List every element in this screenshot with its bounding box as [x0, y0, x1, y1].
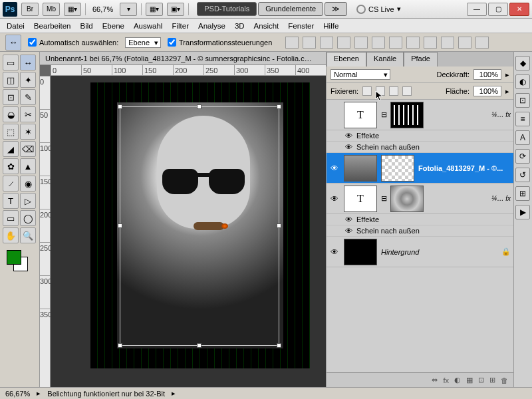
opacity-input[interactable]: 100%: [473, 69, 501, 80]
screen-mode-button[interactable]: ▣▾: [167, 3, 184, 16]
canvas[interactable]: [51, 76, 326, 387]
menu-item[interactable]: Hilfe: [323, 22, 338, 30]
color-swatches[interactable]: [3, 250, 37, 273]
hand-tool[interactable]: ✋: [3, 227, 19, 243]
move-tool[interactable]: ↔: [20, 55, 36, 70]
cs-live[interactable]: CS Live ▾: [356, 5, 401, 14]
workspace-more[interactable]: ≫: [325, 2, 347, 16]
dock-button[interactable]: ◐: [515, 74, 530, 89]
layer-mask-thumb[interactable]: [390, 186, 424, 212]
menu-item[interactable]: Fenster: [288, 22, 314, 30]
tool-button[interactable]: ✿: [3, 158, 19, 174]
foreground-color[interactable]: [7, 250, 21, 265]
menu-item[interactable]: Analyse: [198, 22, 225, 30]
dock-button[interactable]: ⟳: [515, 149, 530, 164]
menu-item[interactable]: Auswahl: [134, 22, 162, 30]
layer-row-selected[interactable]: 👁 Fotolia_4813297_M - ©...: [327, 153, 513, 184]
visibility-icon[interactable]: 👁: [329, 194, 340, 203]
fill-input[interactable]: 100%: [473, 86, 501, 96]
transform-handle[interactable]: [118, 343, 122, 348]
dock-button[interactable]: ≡: [515, 112, 530, 126]
workspace-tab-dark[interactable]: PSD-Tutorials: [197, 2, 257, 16]
minimize-button[interactable]: —: [467, 3, 487, 16]
fx-badge[interactable]: ¼… fx: [491, 195, 511, 202]
new-layer-icon[interactable]: ⊞: [489, 376, 495, 384]
layer-name[interactable]: Fotolia_4813297_M - ©...: [418, 164, 503, 172]
effects-row[interactable]: 👁Effekte: [327, 214, 513, 225]
zoom-tool[interactable]: 🔍: [20, 227, 36, 243]
layer-row[interactable]: T ⊟ ¼… fx: [327, 100, 513, 130]
tool-button[interactable]: ▲: [20, 158, 36, 174]
tool-button[interactable]: ▭: [3, 210, 19, 226]
group-icon[interactable]: ⊡: [478, 376, 484, 384]
lock-all-icon[interactable]: [402, 86, 412, 96]
type-tool[interactable]: T: [3, 193, 19, 209]
menu-item[interactable]: Ansicht: [254, 22, 279, 30]
adjustment-icon[interactable]: ▦: [466, 376, 473, 384]
tool-button[interactable]: ◯: [20, 210, 36, 226]
zoom-level[interactable]: 66,7%: [90, 5, 116, 14]
dock-button[interactable]: A: [515, 130, 530, 145]
auto-select-target[interactable]: Ebene: [125, 37, 161, 48]
lock-position-icon[interactable]: [389, 86, 398, 96]
tool-button[interactable]: ▭: [3, 55, 19, 70]
menu-item[interactable]: Ebene: [102, 22, 124, 30]
trash-icon[interactable]: 🗑: [501, 376, 508, 384]
transform-bounds[interactable]: [120, 106, 279, 346]
blend-mode-select[interactable]: Normal: [331, 69, 390, 80]
transform-handle[interactable]: [277, 223, 281, 228]
bridge-button[interactable]: Br: [21, 3, 39, 16]
tool-button[interactable]: ▷: [20, 193, 36, 209]
lock-transparent-icon[interactable]: [362, 86, 372, 96]
document-image[interactable]: [90, 82, 310, 368]
visibility-icon[interactable]: 👁: [329, 247, 340, 257]
transform-handle[interactable]: [118, 104, 122, 109]
menu-item[interactable]: Datei: [7, 22, 25, 30]
tool-button[interactable]: ⊡: [3, 89, 19, 105]
dock-button[interactable]: ◆: [515, 56, 530, 70]
tool-button[interactable]: ⟋: [3, 176, 19, 192]
transform-handle[interactable]: [118, 223, 122, 228]
auto-select-checkbox[interactable]: Automatisch auswählen:: [28, 38, 118, 47]
menu-item[interactable]: Filter: [172, 22, 189, 30]
effect-outer-glow[interactable]: 👁Schein nach außen: [327, 142, 513, 153]
link-layers-icon[interactable]: ⇔: [432, 376, 438, 384]
layout-button[interactable]: ▦▾: [64, 3, 81, 16]
tool-button[interactable]: ✎: [20, 89, 36, 105]
fx-badge[interactable]: ¼… fx: [491, 111, 511, 118]
layer-row-background[interactable]: 👁 Hintergrund 🔒: [327, 237, 513, 267]
tool-button[interactable]: ✦: [20, 72, 36, 88]
menu-item[interactable]: Bild: [80, 22, 92, 30]
tool-button[interactable]: ◒: [3, 106, 19, 122]
dock-button[interactable]: ⊞: [515, 186, 530, 201]
layer-mask-thumb[interactable]: [381, 155, 414, 182]
tool-button[interactable]: ✶: [20, 124, 36, 140]
menu-item[interactable]: Bearbeiten: [34, 22, 71, 30]
tool-button[interactable]: ◢: [3, 141, 19, 157]
transform-handle[interactable]: [277, 104, 281, 109]
fx-icon[interactable]: fx: [443, 376, 449, 384]
close-button[interactable]: ✕: [509, 3, 529, 16]
status-zoom[interactable]: 66,67%: [5, 390, 30, 398]
effect-outer-glow[interactable]: 👁Schein nach außen: [327, 225, 513, 237]
tool-button[interactable]: ✂: [20, 106, 36, 122]
tool-button[interactable]: ◉: [20, 176, 36, 192]
layer-mask-thumb[interactable]: [390, 102, 424, 128]
tab-layers[interactable]: Ebenen: [327, 52, 366, 66]
maximize-button[interactable]: ▢: [488, 3, 508, 16]
tab-paths[interactable]: Pfade: [404, 52, 438, 66]
effects-row[interactable]: 👁Effekte: [327, 130, 513, 142]
mask-icon[interactable]: ◐: [454, 376, 461, 384]
align-icons[interactable]: [285, 37, 489, 49]
menu-item[interactable]: 3D: [235, 22, 245, 30]
view-extras-button[interactable]: ▦▾: [146, 3, 163, 16]
layer-row[interactable]: 👁 T ⊟ ¼… fx: [327, 184, 513, 214]
transform-handle[interactable]: [277, 343, 281, 348]
visibility-icon[interactable]: 👁: [329, 164, 340, 173]
dock-button[interactable]: ↺: [515, 168, 530, 182]
tool-button[interactable]: ⬚: [3, 124, 19, 140]
tool-button[interactable]: ⌫: [20, 141, 36, 157]
document-tab[interactable]: Unbenannt-1 bei 66,7% (Fotolia_4813297_M…: [40, 52, 326, 65]
move-tool-icon[interactable]: ↔: [5, 35, 21, 51]
transform-handle[interactable]: [197, 343, 201, 348]
